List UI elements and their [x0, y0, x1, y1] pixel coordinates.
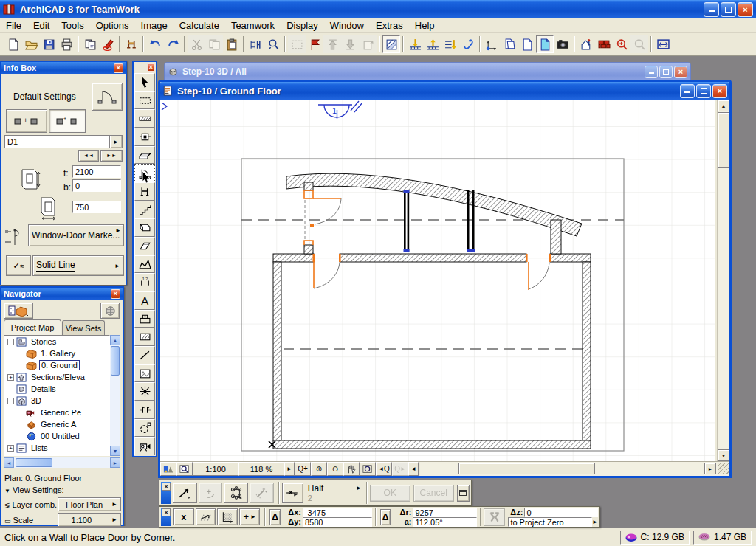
dy-field[interactable]: 8580: [303, 517, 372, 527]
review-button[interactable]: [306, 35, 323, 53]
detail-tool-button[interactable]: [134, 419, 155, 438]
show-3d-button[interactable]: [536, 35, 554, 53]
special-snap-button[interactable]: [282, 483, 303, 503]
zoom-plus-minus-button[interactable]: Q±: [295, 462, 311, 476]
door-placement-center-button[interactable]: +: [49, 109, 86, 133]
grid-snap-button[interactable]: [217, 508, 238, 525]
minimize-button[interactable]: [704, 2, 719, 17]
next-item-button[interactable]: ►►: [100, 150, 123, 162]
set-origin-button[interactable]: [483, 35, 501, 53]
dx-field[interactable]: -3475: [303, 508, 372, 517]
scale-button-nav[interactable]: 1:100►: [58, 513, 121, 527]
tree-item-generic-pe[interactable]: Generic Pe: [4, 407, 109, 418]
previous-item-button[interactable]: ◄◄: [78, 150, 99, 162]
fit-in-window-zoom-button[interactable]: [360, 462, 376, 476]
open-button[interactable]: [22, 35, 40, 53]
ok-button[interactable]: OK: [370, 485, 410, 502]
transfer-parameters-button[interactable]: [341, 35, 359, 53]
navigator-titlebar[interactable]: Navigator ×: [1, 288, 123, 300]
library-item-field[interactable]: D1: [4, 135, 109, 148]
publisher-globe-button[interactable]: [100, 303, 120, 319]
vertical-scroll-thumb[interactable]: [718, 112, 729, 168]
menu-help[interactable]: Help: [409, 18, 441, 33]
relative-ra-toggle[interactable]: Δ: [380, 509, 391, 525]
scroll-down-button[interactable]: ▼: [718, 449, 729, 461]
coordinate-box-close-button[interactable]: ×: [162, 508, 171, 516]
copy-button[interactable]: [205, 35, 223, 53]
zoom-percent-button[interactable]: 118 %: [238, 462, 284, 476]
tree-item-stories[interactable]: −Stories: [4, 336, 109, 348]
fill-tool-button[interactable]: [134, 328, 155, 346]
find-zoom-button[interactable]: [613, 35, 630, 53]
camera-tool-button[interactable]: [134, 437, 155, 455]
next-zoom-button[interactable]: Q►: [392, 462, 408, 476]
back-close-button[interactable]: ×: [674, 66, 687, 78]
menu-window[interactable]: Window: [324, 18, 370, 33]
paste-button[interactable]: [223, 35, 241, 53]
menu-image[interactable]: Image: [135, 18, 173, 33]
tree-item-lists[interactable]: +Lists: [4, 442, 109, 454]
scale-button[interactable]: 1:100: [193, 462, 238, 476]
menu-options[interactable]: Options: [90, 18, 135, 33]
fit-in-window-button[interactable]: [654, 35, 672, 53]
add-point-button[interactable]: +: [199, 483, 223, 503]
tab-project-map[interactable]: Project Map: [4, 319, 61, 335]
snap-points-button[interactable]: [224, 483, 248, 503]
vertical-scrollbar[interactable]: ▲ ▼: [717, 100, 729, 461]
horizontal-scrollbar[interactable]: ►: [420, 462, 729, 476]
copy-picture-button[interactable]: [501, 35, 518, 53]
new-document-button[interactable]: [4, 35, 22, 53]
previous-zoom-button[interactable]: ◄Q: [376, 462, 392, 476]
quick-options-button[interactable]: [160, 462, 176, 476]
menu-extras[interactable]: Extras: [370, 18, 409, 33]
tree-item-details[interactable]: Details: [4, 383, 109, 395]
b-field[interactable]: 0: [72, 179, 121, 192]
navigator-close-button[interactable]: ×: [111, 289, 120, 299]
snap-fraction-display[interactable]: Half 2 ►: [305, 483, 363, 502]
print-button[interactable]: [58, 35, 75, 53]
window-door-marker-button[interactable]: Window-Door Marke... ►: [28, 224, 124, 246]
teamwork-button[interactable]: [123, 35, 140, 53]
tree-plus-expander[interactable]: +: [7, 445, 14, 452]
redo-button[interactable]: [164, 35, 182, 53]
tab-view-sets[interactable]: View Sets: [62, 320, 105, 335]
tree-item-1-gallery[interactable]: 1. Gallery: [4, 348, 109, 359]
control-box-close-button[interactable]: ×: [162, 483, 171, 491]
find-select-button[interactable]: [264, 35, 282, 53]
project-chooser-button[interactable]: [4, 303, 33, 319]
menu-edit[interactable]: Edit: [27, 18, 55, 33]
coordinate-box-handle[interactable]: ×: [161, 508, 171, 526]
menu-file[interactable]: File: [0, 18, 27, 33]
a-field[interactable]: 112.05°: [413, 517, 476, 527]
tree-plus-expander[interactable]: +: [7, 374, 14, 381]
mark-up-button[interactable]: [99, 35, 117, 53]
coordinate-plus-button[interactable]: +►: [239, 508, 260, 525]
slab-tool-button[interactable]: [134, 218, 155, 237]
column-tool-button[interactable]: [134, 128, 155, 146]
back-maximize-button[interactable]: [659, 66, 673, 78]
door-settings-button[interactable]: [92, 83, 123, 111]
section-tool-button[interactable]: [134, 401, 155, 419]
view-settings-toggle[interactable]: ▼ View Settings:: [4, 485, 120, 497]
tree-item-3d[interactable]: −3D: [4, 395, 109, 407]
new-drawing-button[interactable]: [518, 35, 536, 53]
zoom-bar-collapse-button[interactable]: ◄: [408, 462, 419, 476]
line-type-button[interactable]: Solid Line ►: [32, 255, 124, 276]
tree-item-sections-eleva[interactable]: +Sections/Eleva: [4, 371, 109, 383]
restore-button[interactable]: [721, 2, 736, 17]
go-down-a-story-button[interactable]: [406, 35, 424, 53]
mesh-tool-button[interactable]: [134, 255, 155, 274]
quick-layers-button[interactable]: [459, 35, 477, 53]
roof-tool-button[interactable]: [134, 237, 155, 255]
dimension-tool-button[interactable]: 1.2: [134, 273, 155, 291]
tree-minus-expander[interactable]: −: [7, 339, 14, 345]
width-field[interactable]: 750: [72, 201, 121, 213]
wall-tool-button[interactable]: [134, 109, 155, 128]
menu-tools[interactable]: Tools: [55, 18, 89, 33]
selections-button[interactable]: [288, 35, 306, 53]
line-toggle-button[interactable]: ✓≈: [6, 255, 31, 276]
dz-field[interactable]: 0: [524, 508, 598, 517]
library-item-menu-button[interactable]: ►: [109, 135, 123, 148]
close-button[interactable]: ×: [738, 2, 753, 17]
front-minimize-button[interactable]: [680, 84, 695, 98]
